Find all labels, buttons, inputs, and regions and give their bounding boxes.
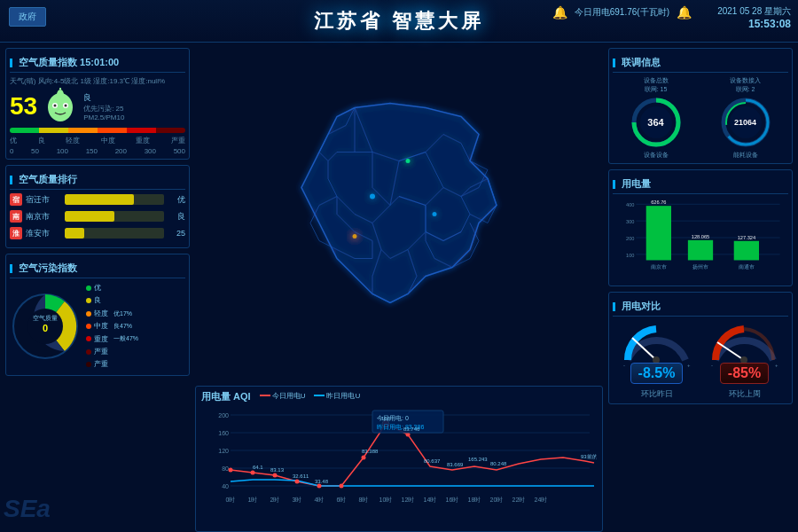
aqi-numbers: 050100150200300500 [10, 147, 185, 155]
svg-text:83.746: 83.746 [403, 426, 420, 432]
ranking-item-2: 南 南京市 良 [10, 210, 185, 223]
svg-text:2时: 2时 [270, 497, 280, 503]
svg-point-29 [362, 456, 366, 460]
svg-point-28 [340, 484, 344, 489]
svg-text:24时: 24时 [535, 497, 548, 503]
svg-text:80.248: 80.248 [490, 461, 507, 466]
svg-text:100: 100 [626, 253, 634, 258]
svg-text:300: 300 [626, 219, 634, 224]
rank-bar-2 [65, 211, 164, 222]
login-button[interactable]: 政府 [9, 7, 46, 27]
svg-text:626.76: 626.76 [651, 200, 666, 205]
aqi-detail: 良 优先污染: 25 PM2.5/PM10 [83, 92, 124, 121]
center-panel: 用电量 AQI 今日用电U 昨日用电U 200 160 120 80 40 [195, 43, 603, 532]
speedometer-2: - + -85% 环比上周 [707, 320, 782, 400]
province-map [195, 43, 603, 386]
rank-name-1: 宿迁市 [26, 194, 61, 206]
title-bar-icon6 [613, 302, 615, 311]
svg-point-23 [229, 468, 233, 473]
compare-title: 用电对比 [613, 296, 788, 317]
pollution-section: 空气污染指数 [5, 254, 190, 376]
title-bar-icon3 [10, 264, 12, 273]
svg-point-5 [57, 90, 64, 100]
svg-text:168: 168 [381, 416, 391, 421]
elec-chart-title: 用电量 [613, 174, 788, 194]
page-title: 江苏省 智慧大屏 [314, 8, 484, 35]
speedo-2-value: -85% [720, 363, 769, 384]
pollution-title: 空气污染指数 [10, 258, 185, 278]
svg-text:40: 40 [222, 483, 229, 489]
svg-point-27 [317, 484, 322, 489]
pie-outer-labels: 优17% 良47% 一般47% [113, 308, 138, 345]
bar-chart-area: 400 300 200 100 626.76 南京市 128.065 扬州市 1… [613, 198, 788, 282]
gauge-ring-2: 21064 [719, 96, 772, 149]
chart-title: 用电量 AQI [201, 390, 251, 403]
svg-text:+: + [775, 363, 778, 368]
chart-header: 用电量 AQI 今日用电U 昨日用电U [201, 390, 597, 403]
svg-point-26 [295, 480, 300, 484]
svg-text:64.1: 64.1 [253, 465, 263, 470]
svg-rect-80 [688, 240, 713, 261]
svg-point-12 [433, 212, 437, 216]
svg-text:1时: 1时 [248, 497, 258, 503]
chart-legend: 今日用电U 昨日用电U [260, 391, 361, 401]
svg-text:160: 160 [218, 430, 229, 436]
line-chart-section: 用电量 AQI 今日用电U 昨日用电U 200 160 120 80 40 [195, 386, 603, 532]
elec-chart-section: 用电量 400 300 200 100 626.76 南京市 128.06 [608, 169, 793, 286]
svg-point-25 [273, 473, 278, 478]
aqi-mascot [43, 89, 78, 124]
svg-rect-77 [646, 206, 671, 260]
svg-text:扬州市: 扬州市 [692, 263, 708, 270]
bell-icon-right[interactable]: 🔔 [677, 5, 692, 20]
svg-text:0时: 0时 [226, 497, 236, 503]
title-bar-icon4 [613, 59, 615, 67]
rank-badge-1: 宿 [10, 193, 22, 206]
svg-text:+: + [687, 363, 691, 368]
svg-text:120: 120 [218, 448, 229, 454]
gauge-1-value: 364 [647, 117, 663, 128]
svg-point-24 [251, 471, 255, 475]
bell-icon-left[interactable]: 🔔 [552, 5, 567, 20]
gauge-2-label: 能耗设备 [733, 151, 758, 160]
svg-text:南通市: 南通市 [739, 263, 755, 270]
svg-point-11 [353, 234, 357, 239]
bar-chart-svg: 400 300 200 100 626.76 南京市 128.065 扬州市 1… [613, 198, 788, 278]
linked-info-section: 联调信息 设备总数联网: 15 364 设备设备 设备数接入联网: 2 [608, 48, 793, 164]
svg-text:32.611: 32.611 [293, 473, 309, 479]
linked-info-title: 联调信息 [613, 52, 788, 73]
aqi-section: 空气质量指数 15:01:00 天气(晴) 风向:4-5级北 1级 湿度:19.… [5, 48, 190, 160]
svg-text:400: 400 [626, 202, 634, 207]
speedo-2-label: 环比上周 [729, 388, 761, 400]
gauge-2: 设备数接入联网: 2 21064 能耗设备 [719, 76, 772, 160]
rank-name-2: 南京市 [26, 211, 61, 223]
svg-text:南京市: 南京市 [651, 263, 667, 270]
svg-text:83.388: 83.388 [362, 449, 379, 454]
svg-point-4 [65, 105, 67, 107]
gauge-1: 设备总数联网: 15 364 设备设备 [630, 76, 683, 160]
svg-rect-83 [734, 241, 759, 261]
rank-bar-3 [65, 228, 164, 239]
svg-text:8时: 8时 [359, 497, 369, 503]
pollution-content: 空气质量 0 优 良 轻度 中度 重度 严重 产重 优17% 良47% 一般47… [10, 282, 185, 372]
svg-text:18时: 18时 [468, 497, 481, 503]
linked-gauges: 设备总数联网: 15 364 设备设备 设备数接入联网: 2 [613, 76, 788, 160]
svg-text:16时: 16时 [446, 497, 459, 503]
energy-today-label: 今日用电691.76(千瓦时) [575, 6, 669, 19]
map-area [195, 43, 603, 386]
pie-legend: 优 良 轻度 中度 重度 严重 产重 [86, 282, 108, 372]
rank-value-1: 优 [168, 194, 185, 206]
svg-text:200: 200 [218, 412, 229, 419]
svg-text:-: - [711, 363, 713, 368]
ranking-item-3: 淮 淮安市 25 [10, 227, 185, 239]
aqi-info-text: 天气(晴) 风向:4-5级北 1级 湿度:19.3℃ 湿度:null% [10, 76, 185, 86]
aqi-header: 53 良 优先污染: 25 PM2.5/PM10 [10, 89, 185, 124]
header-time: 15:53:08 [717, 18, 791, 30]
svg-point-3 [54, 105, 57, 107]
rank-bar-1 [65, 194, 164, 205]
compare-gauges: - + -8.5% 环比昨日 - + [613, 320, 788, 400]
rank-badge-2: 南 [10, 210, 22, 223]
title-bar-icon [10, 59, 12, 67]
line-chart-svg: 200 160 120 80 40 今日用电: 0 昨日用电: 83.386 [201, 406, 597, 508]
svg-text:83.669: 83.669 [447, 462, 464, 467]
svg-text:200: 200 [626, 236, 634, 241]
